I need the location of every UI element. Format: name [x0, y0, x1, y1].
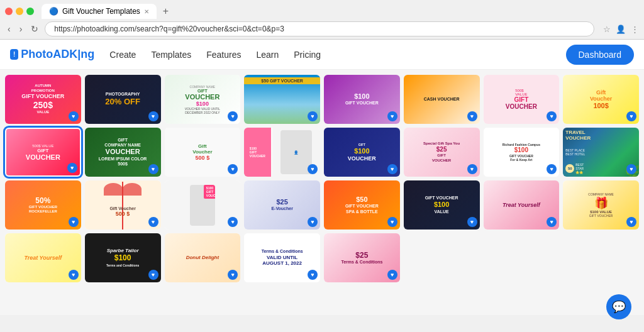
logo: ! PhotoADK|ng	[10, 48, 94, 61]
favorite-btn-21[interactable]: ♥	[387, 217, 397, 227]
voucher-card-treat[interactable]: Treat Yourself ♥	[5, 233, 81, 282]
voucher-card-2[interactable]: PHOTOGRAPHY20% OFF ♥	[85, 75, 161, 124]
url-text: https://photoadking.com/search?q=gift%20…	[54, 25, 284, 33]
favorite-btn-18[interactable]: ♥	[148, 217, 158, 227]
close-window-btn[interactable]	[5, 8, 13, 15]
favorite-btn-12[interactable]: ♥	[308, 164, 318, 174]
voucher-card-22[interactable]: GIFT VOUCHER$100VALUE ♥	[404, 180, 480, 230]
voucher-card-4[interactable]: $50 GIFT VOUCHER ♥	[244, 75, 320, 124]
bookmark-icon[interactable]: ☆	[603, 25, 611, 34]
voucher-card-23[interactable]: Treat Yourself ♥	[484, 180, 560, 230]
tab-close-icon[interactable]: ✕	[144, 8, 149, 15]
dashboard-button[interactable]: Dashboard	[566, 45, 635, 65]
favorite-btn-13[interactable]: ♥	[387, 164, 397, 174]
favorite-btn-9[interactable]: ♥	[67, 163, 77, 173]
voucher-card-gift-gold[interactable]: COMPANY NAME 🎁 $100 VALUE GIFT VOUCHER ♥	[563, 180, 639, 230]
favorite-btn-6[interactable]: ♥	[467, 111, 477, 121]
nav-templates[interactable]: Templates	[151, 50, 191, 60]
back-button[interactable]: ‹	[5, 23, 13, 35]
favorite-btn-20[interactable]: ♥	[308, 217, 318, 227]
nav-pricing[interactable]: Pricing	[294, 50, 321, 60]
voucher-card-17[interactable]: 50%GIFT VOUCHERROCKEFELLER ♥	[5, 180, 81, 230]
favorite-btn-treat[interactable]: ♥	[69, 270, 79, 280]
logo-icon: !	[10, 49, 18, 60]
favorite-btn-gift-gold[interactable]: ♥	[626, 217, 636, 227]
favorite-btn-2[interactable]: ♥	[148, 111, 158, 121]
favorite-btn-8[interactable]: ♥	[626, 111, 636, 121]
voucher-card-10[interactable]: GIFTCOMPANY NAMEVOUCHERLOREM IPSUM COLOR…	[85, 128, 161, 177]
voucher-card-12[interactable]: $100GIFTVOUCHER 👤 ♥	[244, 128, 320, 177]
voucher-card-20[interactable]: $25E-Voucher ♥	[244, 180, 320, 230]
voucher-card-19[interactable]: $100GIFTVOUCHER ♥	[165, 180, 241, 230]
voucher-card-tailor[interactable]: Sparbe Tailor$100Terms and Conditions ♥	[85, 233, 161, 282]
favorite-btn-5[interactable]: ♥	[387, 111, 397, 121]
maximize-window-btn[interactable]	[26, 8, 34, 15]
voucher-card-21[interactable]: $50GIFT VOUCHERSPA & BOTTLE ♥	[324, 180, 400, 230]
forward-button[interactable]: ›	[17, 23, 25, 35]
favorite-btn-22[interactable]: ♥	[467, 217, 477, 227]
favorite-btn-tailor[interactable]: ♥	[148, 270, 158, 280]
tab-bar: 🔵 Gift Voucher Templates ✕ +	[0, 0, 644, 19]
address-bar-row: ‹ › ↻ https://photoadking.com/search?q=g…	[0, 19, 644, 39]
favorite-btn-10[interactable]: ♥	[148, 164, 158, 174]
account-icon[interactable]: 👤	[616, 25, 626, 34]
favorite-btn-travel[interactable]: ♥	[626, 164, 636, 174]
voucher-card-25dollar[interactable]: $25Terms & Conditions ♥	[324, 233, 400, 282]
voucher-card-travel[interactable]: TRAVELVOUCHER BEST PLACEBEST HOTEL 50 BE…	[563, 128, 639, 177]
chat-button[interactable]: 💬	[606, 294, 631, 319]
nav-features[interactable]: Features	[206, 50, 241, 60]
browser-chrome: 🔵 Gift Voucher Templates ✕ + ‹ › ↻ https…	[0, 0, 644, 40]
window-controls	[5, 8, 34, 15]
voucher-card-11[interactable]: Gift Voucher 500 $ ♥	[165, 128, 241, 177]
voucher-card-9[interactable]: 500$ VALUE GIFT VOUCHER ♥	[5, 128, 81, 177]
app-navbar: ! PhotoADK|ng Create Templates Features …	[0, 40, 644, 70]
favorite-btn-17[interactable]: ♥	[69, 217, 79, 227]
voucher-card-13[interactable]: GIFT$100VOUCHER ♥	[324, 128, 400, 177]
logo-text: PhotoADK|ng	[21, 48, 94, 61]
favorite-btn-4[interactable]: ♥	[308, 111, 318, 121]
voucher-card-7[interactable]: 500$VALUE GIFT VOUCHER ♥	[484, 75, 560, 124]
nav-links: Create Templates Features Learn Pricing	[109, 50, 321, 60]
favorite-btn-valid[interactable]: ♥	[308, 270, 318, 280]
new-tab-button[interactable]: +	[159, 6, 172, 17]
voucher-grid: AUTUMNPROMOTIONGIFT VOUCHER250$VALUE ♥ P…	[5, 75, 639, 282]
address-bar[interactable]: https://photoadking.com/search?q=gift%20…	[45, 21, 594, 36]
nav-learn[interactable]: Learn	[256, 50, 279, 60]
nav-create[interactable]: Create	[109, 50, 136, 60]
voucher-card-8[interactable]: Gift Voucher 100$ ♥	[563, 75, 639, 124]
voucher-card-6[interactable]: CASH VOUCHER ♥	[404, 75, 480, 124]
menu-icon[interactable]: ⋮	[631, 25, 639, 34]
voucher-card-5[interactable]: $100GIFT VOUCHER ♥	[324, 75, 400, 124]
favorite-btn-1[interactable]: ♥	[69, 111, 79, 121]
voucher-card-15[interactable]: Richard Fashion Campus$100GIFT VOUCHERFo…	[484, 128, 560, 177]
voucher-card-valid[interactable]: Terms & ConditionsVALID UNTILAUGUST 1, 2…	[244, 233, 320, 282]
favorite-btn-25dollar[interactable]: ♥	[387, 270, 397, 280]
voucher-card-14[interactable]: Special Gift Spa You$25GIFTVOUCHER ♥	[404, 128, 480, 177]
minimize-window-btn[interactable]	[16, 8, 23, 15]
main-content: AUTUMNPROMOTIONGIFT VOUCHER250$VALUE ♥ P…	[0, 70, 644, 315]
tab-favicon-icon: 🔵	[49, 7, 58, 16]
voucher-card-3[interactable]: COMPANY NAME GIFT VOUCHER $100 VOUCHER V…	[165, 75, 241, 124]
browser-toolbar-icons: ☆ 👤 ⋮	[603, 25, 639, 34]
voucher-card-18[interactable]: Gift Voucher 500 $ ♥	[85, 180, 161, 230]
tab-title: Gift Voucher Templates	[62, 7, 140, 16]
reload-button[interactable]: ↻	[28, 23, 41, 35]
voucher-card-1[interactable]: AUTUMNPROMOTIONGIFT VOUCHER250$VALUE ♥	[5, 75, 81, 124]
active-tab[interactable]: 🔵 Gift Voucher Templates ✕	[42, 4, 157, 19]
favorite-btn-14[interactable]: ♥	[467, 164, 477, 174]
voucher-card-donut[interactable]: Donut Delight ♥	[165, 233, 241, 282]
